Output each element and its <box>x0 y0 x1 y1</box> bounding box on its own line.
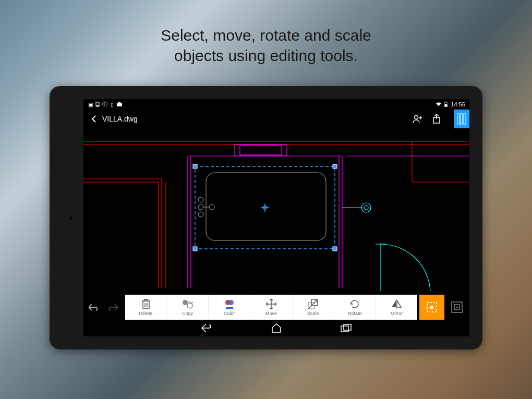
svg-rect-12 <box>235 144 287 156</box>
svg-rect-11 <box>464 114 466 124</box>
svg-rect-28 <box>226 307 233 309</box>
svg-rect-37 <box>344 324 351 330</box>
handle-ne[interactable] <box>333 164 337 168</box>
add-user-icon[interactable] <box>412 113 424 125</box>
selection-center-icon[interactable] <box>261 203 269 212</box>
status-right-icons: 14:56 <box>436 101 465 107</box>
file-title: VILLA.dwg <box>100 115 412 123</box>
svg-point-7 <box>415 116 418 119</box>
editing-toolbar: Delete Copy Color <box>125 295 417 320</box>
svg-rect-3 <box>118 102 120 103</box>
phone-icon: ▯ <box>110 102 115 107</box>
svg-point-35 <box>456 307 458 308</box>
copy-tool[interactable]: Copy <box>167 295 209 320</box>
svg-rect-36 <box>341 326 348 332</box>
handle-nw[interactable] <box>193 164 197 168</box>
bathtub-object <box>198 173 326 240</box>
back-button[interactable] <box>88 115 100 123</box>
svg-rect-6 <box>445 104 448 107</box>
svg-point-18 <box>198 204 203 210</box>
svg-point-17 <box>198 197 203 202</box>
delete-tool[interactable]: Delete <box>125 295 167 320</box>
rotate-tool[interactable]: Rotate <box>334 295 376 320</box>
move-tool[interactable]: Move <box>250 295 292 320</box>
svg-point-24 <box>183 300 188 305</box>
svg-point-19 <box>198 212 203 217</box>
battery-icon <box>443 102 449 107</box>
svg-point-14 <box>361 203 371 212</box>
selection-mode-button[interactable] <box>419 295 444 320</box>
drawing-canvas[interactable] <box>83 128 469 295</box>
svg-rect-9 <box>457 114 460 124</box>
info-icon: ⓘ <box>102 102 107 107</box>
svg-rect-1 <box>96 105 99 106</box>
promo-text: Select, move, rotate and scale objects u… <box>0 25 532 66</box>
delete-label: Delete <box>139 311 153 316</box>
share-icon[interactable] <box>431 113 442 125</box>
layers-button[interactable] <box>454 110 469 128</box>
android-nav-bar <box>83 320 469 336</box>
tablet-screen: ▣ ⓘ ▯ 14:56 <box>83 99 469 336</box>
app-bar-actions <box>412 110 465 128</box>
scale-tool[interactable]: Scale <box>293 295 334 320</box>
scale-icon <box>307 298 319 310</box>
svg-rect-10 <box>461 114 463 124</box>
color-icon <box>224 298 235 310</box>
status-time: 14:56 <box>451 101 465 107</box>
svg-rect-32 <box>430 306 433 309</box>
copy-label: Copy <box>182 311 193 316</box>
undo-button[interactable] <box>83 295 103 320</box>
bottom-toolbar-row: Delete Copy Color <box>83 295 469 320</box>
status-left-icons: ▣ ⓘ ▯ <box>88 102 122 107</box>
delete-icon <box>140 298 152 310</box>
cad-drawing <box>83 128 469 295</box>
android-back-button[interactable] <box>200 322 213 334</box>
svg-rect-5 <box>445 102 446 102</box>
tablet-frame: ▣ ⓘ ▯ 14:56 <box>50 86 482 349</box>
color-tool[interactable]: Color <box>209 295 250 320</box>
rotate-icon <box>349 298 360 310</box>
briefcase-icon <box>117 102 122 107</box>
svg-rect-13 <box>240 146 282 155</box>
svg-point-25 <box>187 303 192 308</box>
move-icon <box>265 298 277 310</box>
android-recent-button[interactable] <box>340 322 353 334</box>
walls-red <box>83 141 469 288</box>
mirror-icon <box>391 298 402 310</box>
handle-sw[interactable] <box>193 247 197 251</box>
move-label: Move <box>265 311 277 316</box>
android-home-button[interactable] <box>270 322 283 334</box>
snap-grid-button[interactable] <box>444 295 469 320</box>
tablet-camera <box>69 216 72 220</box>
mirror-label: Mirror <box>391 311 403 316</box>
app-title-bar: VILLA.dwg <box>83 110 469 128</box>
promo-line2: objects using editing tools. <box>174 47 358 64</box>
promo-line1: Select, move, rotate and scale <box>161 27 371 44</box>
redo-button[interactable] <box>103 295 123 320</box>
copy-icon <box>182 298 194 310</box>
rotate-label: Rotate <box>348 311 362 316</box>
wifi-icon <box>436 102 441 107</box>
svg-rect-2 <box>117 103 122 106</box>
battery-low-icon <box>95 102 100 107</box>
mirror-tool[interactable]: Mirror <box>376 295 417 320</box>
svg-rect-23 <box>143 301 149 309</box>
svg-point-15 <box>364 205 368 210</box>
color-label: Color <box>224 311 235 316</box>
android-status-bar: ▣ ⓘ ▯ 14:56 <box>83 99 469 110</box>
svg-point-27 <box>228 300 234 305</box>
scale-label: Scale <box>307 311 319 316</box>
svg-point-20 <box>209 204 214 210</box>
fixtures-cyan <box>342 203 430 291</box>
screenshot-icon: ▣ <box>88 102 93 107</box>
handle-se[interactable] <box>333 247 337 251</box>
